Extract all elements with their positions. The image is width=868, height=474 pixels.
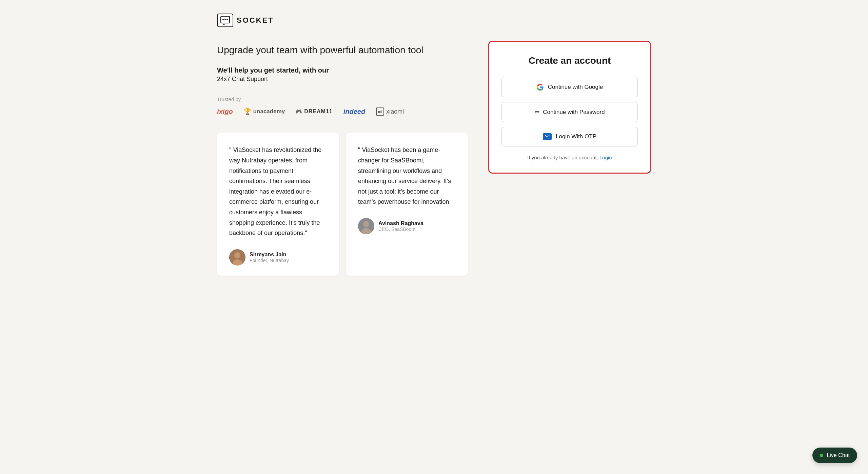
live-chat-status-dot — [820, 454, 823, 457]
svg-point-7 — [234, 252, 240, 258]
brand-ixigo: ixigo — [217, 108, 233, 116]
live-chat-label: Live Chat — [827, 452, 850, 458]
testimonial-2-text: " ViaSocket has been a game-changer for … — [358, 145, 456, 207]
password-icon: ••• — [534, 108, 539, 116]
brand-indeed: indeed — [343, 108, 365, 116]
author-2-avatar — [358, 218, 374, 234]
author-1-avatar — [229, 249, 245, 265]
signup-title: Create an account — [501, 55, 638, 66]
otp-icon — [543, 133, 552, 140]
left-panel: Upgrade yout team with powerful automati… — [217, 41, 468, 276]
logo-text: SOCKET — [237, 16, 274, 25]
hero-tagline: Upgrade yout team with powerful automati… — [217, 44, 468, 56]
author-1-title: Founder, Nutrabay — [250, 258, 289, 263]
svg-point-10 — [363, 221, 369, 227]
testimonials-section: " ViaSocket has revolutionized the way N… — [217, 133, 468, 275]
support-subtext: 24x7 Chat Support — [217, 76, 468, 83]
password-btn-label: Continue with Password — [543, 109, 605, 116]
testimonial-1-author: Shreyans Jain Founder, Nutrabay — [229, 249, 327, 265]
google-btn-label: Continue with Google — [548, 84, 603, 91]
brand-dream11: 🎮 DREAM11 — [296, 108, 332, 115]
brand-xiaomi: mi xiaomi — [376, 107, 404, 116]
svg-rect-12 — [545, 134, 550, 139]
signup-panel: Create an account Continue with Google •… — [488, 41, 651, 174]
google-icon — [536, 83, 544, 91]
testimonial-2: " ViaSocket has been a game-changer for … — [346, 133, 468, 275]
password-signin-button[interactable]: ••• Continue with Password — [501, 102, 638, 122]
trusted-label: Trusted by — [217, 96, 468, 102]
live-chat-button[interactable]: Live Chat — [812, 448, 857, 463]
login-link[interactable]: Login — [599, 155, 612, 160]
otp-signin-button[interactable]: Login With OTP — [501, 127, 638, 146]
author-1-name: Shreyans Jain — [250, 252, 289, 258]
svg-point-2 — [224, 19, 226, 20]
svg-point-3 — [226, 19, 228, 20]
brand-unacademy: 🏆 unacademy — [244, 108, 285, 115]
testimonial-1-text: " ViaSocket has revolutionized the way N… — [229, 145, 327, 238]
login-prompt: If you already have an account, Login — [501, 155, 638, 160]
trusted-logos: ixigo 🏆 unacademy 🎮 DREAM11 indeed mi xi… — [217, 107, 468, 116]
author-2-title: CEO, SaaSBoomi — [378, 226, 423, 232]
login-prompt-text: If you already have an account, — [527, 155, 598, 160]
google-signin-button[interactable]: Continue with Google — [501, 77, 638, 97]
testimonial-1: " ViaSocket has revolutionized the way N… — [217, 133, 339, 275]
logo-icon — [217, 14, 233, 27]
author-2-name: Avinash Raghava — [378, 220, 423, 226]
svg-point-1 — [222, 19, 224, 20]
signup-card: Create an account Continue with Google •… — [488, 41, 651, 174]
testimonial-2-author: Avinash Raghava CEO, SaaSBoomi — [358, 218, 456, 234]
support-heading: We'll help you get started, with our — [217, 66, 468, 74]
otp-btn-label: Login With OTP — [556, 133, 596, 140]
